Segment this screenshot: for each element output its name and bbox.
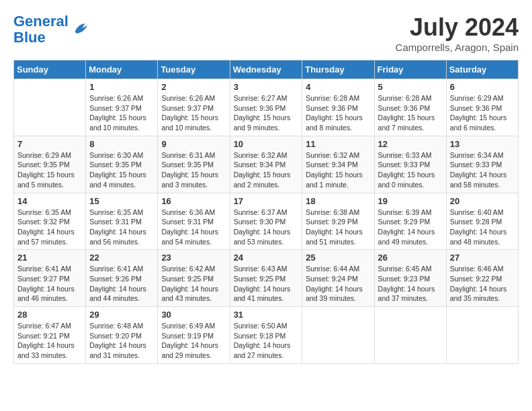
day-info: Sunrise: 6:29 AMSunset: 9:35 PMDaylight:… [17, 150, 82, 190]
header-wednesday: Wednesday [230, 60, 302, 79]
table-row: 19 Sunrise: 6:39 AMSunset: 9:29 PMDaylig… [374, 193, 446, 250]
table-row: 12 Sunrise: 6:33 AMSunset: 9:33 PMDaylig… [374, 136, 446, 193]
day-number: 31 [234, 310, 299, 320]
day-info: Sunrise: 6:35 AMSunset: 9:32 PMDaylight:… [17, 208, 82, 247]
day-number: 18 [306, 196, 370, 206]
day-number: 3 [234, 82, 299, 92]
day-info: Sunrise: 6:35 AMSunset: 9:31 PMDaylight:… [89, 208, 154, 247]
table-row: 18 Sunrise: 6:38 AMSunset: 9:29 PMDaylig… [302, 193, 374, 250]
day-number: 5 [378, 82, 443, 92]
day-info: Sunrise: 6:28 AMSunset: 9:36 PMDaylight:… [306, 93, 370, 133]
day-info: Sunrise: 6:32 AMSunset: 9:34 PMDaylight:… [306, 150, 370, 190]
table-row: 25 Sunrise: 6:44 AMSunset: 9:24 PMDaylig… [302, 250, 374, 307]
table-row: 13 Sunrise: 6:34 AMSunset: 9:33 PMDaylig… [446, 136, 518, 193]
day-number: 13 [450, 139, 515, 149]
day-number: 14 [17, 196, 82, 206]
table-row: 11 Sunrise: 6:32 AMSunset: 9:34 PMDaylig… [302, 136, 374, 193]
day-info: Sunrise: 6:31 AMSunset: 9:35 PMDaylight:… [161, 150, 226, 190]
calendar-week-row: 1 Sunrise: 6:26 AMSunset: 9:37 PMDayligh… [14, 79, 519, 136]
day-number: 8 [89, 139, 154, 149]
day-number: 12 [378, 139, 443, 149]
day-number: 20 [450, 196, 515, 206]
table-row: 16 Sunrise: 6:36 AMSunset: 9:31 PMDaylig… [158, 193, 230, 250]
header-thursday: Thursday [302, 60, 374, 79]
header-friday: Friday [374, 60, 446, 79]
calendar-week-row: 21 Sunrise: 6:41 AMSunset: 9:27 PMDaylig… [14, 250, 519, 307]
day-info: Sunrise: 6:26 AMSunset: 9:37 PMDaylight:… [89, 93, 154, 133]
day-number: 19 [378, 196, 443, 206]
table-row: 31 Sunrise: 6:50 AMSunset: 9:18 PMDaylig… [230, 307, 302, 364]
table-row: 27 Sunrise: 6:46 AMSunset: 9:22 PMDaylig… [446, 250, 518, 307]
day-info: Sunrise: 6:26 AMSunset: 9:37 PMDaylight:… [161, 93, 226, 133]
table-row: 5 Sunrise: 6:28 AMSunset: 9:36 PMDayligh… [374, 79, 446, 136]
day-number: 15 [89, 196, 154, 206]
calendar-week-row: 14 Sunrise: 6:35 AMSunset: 9:32 PMDaylig… [14, 193, 519, 250]
day-info: Sunrise: 6:28 AMSunset: 9:36 PMDaylight:… [378, 93, 443, 133]
page-header: General Blue July 2024 Camporrells, Arag… [13, 13, 519, 53]
logo-bird-icon [70, 19, 90, 40]
day-number: 1 [89, 82, 154, 92]
day-info: Sunrise: 6:46 AMSunset: 9:22 PMDaylight:… [450, 264, 515, 304]
day-info: Sunrise: 6:47 AMSunset: 9:21 PMDaylight:… [17, 321, 82, 361]
day-number: 11 [306, 139, 370, 149]
day-number: 25 [306, 253, 370, 263]
calendar-header-row: Sunday Monday Tuesday Wednesday Thursday… [14, 60, 519, 79]
day-info: Sunrise: 6:43 AMSunset: 9:25 PMDaylight:… [234, 264, 299, 304]
table-row: 2 Sunrise: 6:26 AMSunset: 9:37 PMDayligh… [158, 79, 230, 136]
day-info: Sunrise: 6:36 AMSunset: 9:31 PMDaylight:… [161, 208, 226, 247]
table-row: 20 Sunrise: 6:40 AMSunset: 9:28 PMDaylig… [446, 193, 518, 250]
table-row: 4 Sunrise: 6:28 AMSunset: 9:36 PMDayligh… [302, 79, 374, 136]
day-info: Sunrise: 6:32 AMSunset: 9:34 PMDaylight:… [234, 150, 299, 190]
day-number: 28 [17, 310, 82, 320]
header-saturday: Saturday [446, 60, 518, 79]
table-row: 14 Sunrise: 6:35 AMSunset: 9:32 PMDaylig… [14, 193, 86, 250]
table-row: 21 Sunrise: 6:41 AMSunset: 9:27 PMDaylig… [14, 250, 86, 307]
day-number: 4 [306, 82, 370, 92]
table-row: 1 Sunrise: 6:26 AMSunset: 9:37 PMDayligh… [86, 79, 158, 136]
table-row: 6 Sunrise: 6:29 AMSunset: 9:36 PMDayligh… [446, 79, 518, 136]
table-row: 3 Sunrise: 6:27 AMSunset: 9:36 PMDayligh… [230, 79, 302, 136]
table-row [302, 307, 374, 364]
table-row [374, 307, 446, 364]
day-info: Sunrise: 6:39 AMSunset: 9:29 PMDaylight:… [378, 208, 443, 247]
table-row: 24 Sunrise: 6:43 AMSunset: 9:25 PMDaylig… [230, 250, 302, 307]
location-title: Camporrells, Aragon, Spain [396, 42, 519, 53]
table-row [446, 307, 518, 364]
header-monday: Monday [86, 60, 158, 79]
day-info: Sunrise: 6:41 AMSunset: 9:27 PMDaylight:… [17, 264, 82, 304]
day-number: 21 [17, 253, 82, 263]
title-block: July 2024 Camporrells, Aragon, Spain [396, 13, 519, 53]
day-number: 6 [450, 82, 515, 92]
day-info: Sunrise: 6:44 AMSunset: 9:24 PMDaylight:… [306, 264, 370, 304]
day-number: 30 [161, 310, 226, 320]
logo-text: General Blue [13, 13, 69, 46]
day-number: 10 [234, 139, 299, 149]
day-number: 24 [234, 253, 299, 263]
table-row: 29 Sunrise: 6:48 AMSunset: 9:20 PMDaylig… [86, 307, 158, 364]
day-number: 29 [89, 310, 154, 320]
logo-general: General [13, 13, 69, 30]
day-info: Sunrise: 6:45 AMSunset: 9:23 PMDaylight:… [378, 264, 443, 304]
calendar-week-row: 28 Sunrise: 6:47 AMSunset: 9:21 PMDaylig… [14, 307, 519, 364]
day-number: 22 [89, 253, 154, 263]
table-row: 9 Sunrise: 6:31 AMSunset: 9:35 PMDayligh… [158, 136, 230, 193]
table-row: 7 Sunrise: 6:29 AMSunset: 9:35 PMDayligh… [14, 136, 86, 193]
month-title: July 2024 [396, 13, 519, 42]
table-row [14, 79, 86, 136]
day-info: Sunrise: 6:37 AMSunset: 9:30 PMDaylight:… [234, 208, 299, 247]
day-number: 9 [161, 139, 226, 149]
day-number: 2 [161, 82, 226, 92]
day-info: Sunrise: 6:30 AMSunset: 9:35 PMDaylight:… [89, 150, 154, 190]
day-number: 17 [234, 196, 299, 206]
table-row: 10 Sunrise: 6:32 AMSunset: 9:34 PMDaylig… [230, 136, 302, 193]
table-row: 22 Sunrise: 6:41 AMSunset: 9:26 PMDaylig… [86, 250, 158, 307]
day-number: 23 [161, 253, 226, 263]
day-info: Sunrise: 6:48 AMSunset: 9:20 PMDaylight:… [89, 321, 154, 361]
table-row: 23 Sunrise: 6:42 AMSunset: 9:25 PMDaylig… [158, 250, 230, 307]
day-info: Sunrise: 6:50 AMSunset: 9:18 PMDaylight:… [234, 321, 299, 361]
day-info: Sunrise: 6:34 AMSunset: 9:33 PMDaylight:… [450, 150, 515, 190]
day-info: Sunrise: 6:42 AMSunset: 9:25 PMDaylight:… [161, 264, 226, 304]
day-info: Sunrise: 6:33 AMSunset: 9:33 PMDaylight:… [378, 150, 443, 190]
table-row: 15 Sunrise: 6:35 AMSunset: 9:31 PMDaylig… [86, 193, 158, 250]
table-row: 30 Sunrise: 6:49 AMSunset: 9:19 PMDaylig… [158, 307, 230, 364]
